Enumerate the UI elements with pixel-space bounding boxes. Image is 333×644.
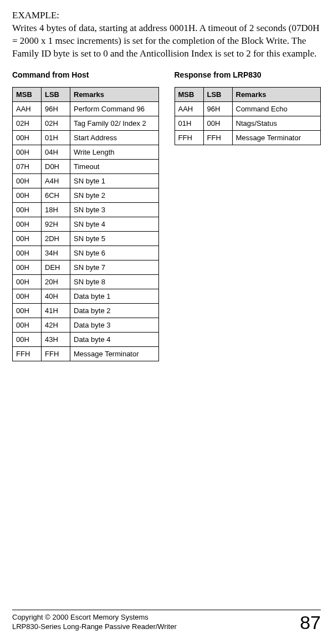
cell-msb: 00H	[13, 145, 42, 159]
cell-remarks: Write Length	[70, 145, 159, 159]
cell-lsb: 92H	[42, 217, 70, 231]
cell-lsb: 01H	[42, 130, 70, 145]
cell-lsb: 00H	[203, 116, 232, 130]
cell-lsb: D0H	[42, 159, 70, 173]
table-row: 00HDEHSN byte 7	[13, 260, 159, 274]
cell-remarks: SN byte 8	[70, 274, 159, 289]
cell-msb: 00H	[13, 202, 42, 217]
command-table: MSB LSB Remarks AAH96HPerform Command 96…	[12, 87, 159, 361]
table-row: 00H40HData byte 1	[13, 289, 159, 303]
cell-lsb: FFH	[42, 346, 70, 361]
cell-msb: 00H	[13, 188, 42, 202]
table-row: 00H20HSN byte 8	[13, 274, 159, 289]
header-msb: MSB	[13, 87, 42, 101]
cell-msb: 00H	[13, 274, 42, 289]
table-row: 00H34HSN byte 6	[13, 246, 159, 260]
response-title: Response from LRP830	[175, 70, 321, 79]
cell-msb: 00H	[13, 130, 42, 145]
cell-remarks: SN byte 3	[70, 202, 159, 217]
footer-text: Copyright © 2000 Escort Memory Systems L…	[12, 612, 177, 632]
page-footer: Copyright © 2000 Escort Memory Systems L…	[12, 610, 321, 632]
page-number: 87	[300, 613, 321, 632]
cell-lsb: 2DH	[42, 231, 70, 246]
table-row: 00H04HWrite Length	[13, 145, 159, 159]
header-msb: MSB	[175, 87, 203, 101]
cell-remarks: Data byte 1	[70, 289, 159, 303]
table-row: 07HD0HTimeout	[13, 159, 159, 173]
table-header-row: MSB LSB Remarks	[175, 87, 321, 101]
cell-msb: FFH	[175, 130, 203, 145]
cell-lsb: 40H	[42, 289, 70, 303]
command-column: Command from Host MSB LSB Remarks AAH96H…	[12, 70, 159, 361]
cell-msb: 00H	[13, 303, 42, 318]
cell-msb: 00H	[13, 260, 42, 274]
header-remarks: Remarks	[70, 87, 159, 101]
command-title: Command from Host	[12, 70, 159, 79]
header-lsb: LSB	[203, 87, 232, 101]
table-row: 00H43HData byte 4	[13, 332, 159, 346]
example-paragraph: Writes 4 bytes of data, starting at addr…	[12, 22, 321, 60]
cell-remarks: SN byte 7	[70, 260, 159, 274]
table-row: 00H41HData byte 2	[13, 303, 159, 318]
cell-msb: 00H	[13, 318, 42, 332]
cell-remarks: SN byte 4	[70, 217, 159, 231]
footer-rule	[12, 610, 321, 610]
table-row: AAH96HCommand Echo	[175, 101, 321, 116]
response-table: MSB LSB Remarks AAH96HCommand Echo01H00H…	[175, 87, 321, 145]
cell-remarks: Perform Command 96	[70, 101, 159, 116]
table-row: AAH96HPerform Command 96	[13, 101, 159, 116]
table-row: 00H42HData byte 3	[13, 318, 159, 332]
cell-lsb: FFH	[203, 130, 232, 145]
cell-lsb: DEH	[42, 260, 70, 274]
cell-remarks: Tag Family 02/ Index 2	[70, 116, 159, 130]
copyright-line: Copyright © 2000 Escort Memory Systems	[12, 612, 177, 622]
cell-lsb: 04H	[42, 145, 70, 159]
cell-msb: 00H	[13, 289, 42, 303]
cell-remarks: Start Address	[70, 130, 159, 145]
table-row: 02H02HTag Family 02/ Index 2	[13, 116, 159, 130]
cell-lsb: 42H	[42, 318, 70, 332]
cell-remarks: SN byte 6	[70, 246, 159, 260]
cell-lsb: 41H	[42, 303, 70, 318]
cell-remarks: Command Echo	[232, 101, 321, 116]
cell-msb: 00H	[13, 231, 42, 246]
cell-lsb: 18H	[42, 202, 70, 217]
cell-lsb: 96H	[203, 101, 232, 116]
table-row: 00H6CHSN byte 2	[13, 188, 159, 202]
cell-msb: 00H	[13, 246, 42, 260]
cell-lsb: 34H	[42, 246, 70, 260]
cell-msb: AAH	[13, 101, 42, 116]
cell-remarks: SN byte 2	[70, 188, 159, 202]
cell-remarks: Timeout	[70, 159, 159, 173]
columns: Command from Host MSB LSB Remarks AAH96H…	[12, 70, 321, 361]
cell-remarks: Message Terminator	[232, 130, 321, 145]
cell-remarks: Message Terminator	[70, 346, 159, 361]
header-lsb: LSB	[42, 87, 70, 101]
cell-msb: 00H	[13, 217, 42, 231]
cell-msb: 02H	[13, 116, 42, 130]
example-label: EXAMPLE:	[12, 10, 321, 21]
table-row: FFHFFHMessage Terminator	[13, 346, 159, 361]
cell-remarks: SN byte 1	[70, 173, 159, 188]
response-column: Response from LRP830 MSB LSB Remarks AAH…	[175, 70, 321, 145]
cell-lsb: 43H	[42, 332, 70, 346]
table-row: FFHFFHMessage Terminator	[175, 130, 321, 145]
cell-msb: 01H	[175, 116, 203, 130]
cell-remarks: Data byte 2	[70, 303, 159, 318]
table-row: 01H00HNtags/Status	[175, 116, 321, 130]
table-header-row: MSB LSB Remarks	[13, 87, 159, 101]
cell-remarks: Data byte 3	[70, 318, 159, 332]
cell-msb: AAH	[175, 101, 203, 116]
cell-remarks: Ntags/Status	[232, 116, 321, 130]
table-row: 00H01HStart Address	[13, 130, 159, 145]
cell-remarks: Data byte 4	[70, 332, 159, 346]
table-row: 00H92HSN byte 4	[13, 217, 159, 231]
cell-lsb: A4H	[42, 173, 70, 188]
cell-msb: 00H	[13, 173, 42, 188]
cell-msb: 00H	[13, 332, 42, 346]
header-remarks: Remarks	[232, 87, 321, 101]
table-row: 00H2DHSN byte 5	[13, 231, 159, 246]
table-row: 00HA4HSN byte 1	[13, 173, 159, 188]
cell-lsb: 96H	[42, 101, 70, 116]
cell-msb: 07H	[13, 159, 42, 173]
